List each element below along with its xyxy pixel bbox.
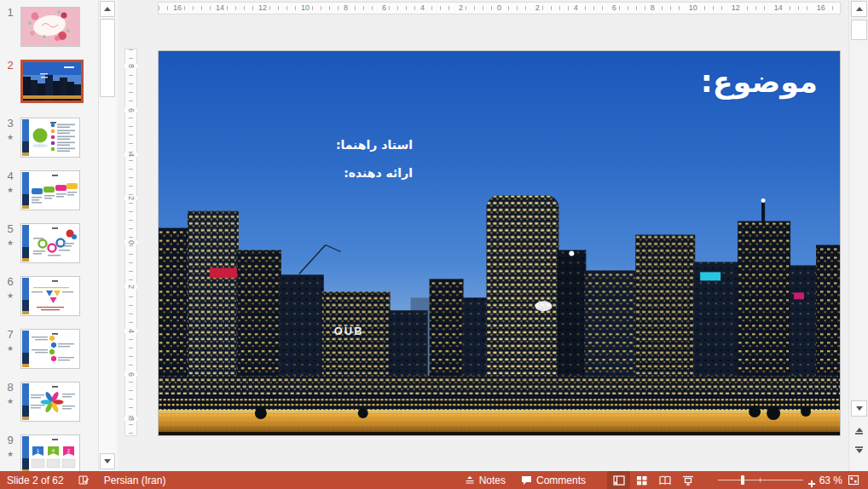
slide-thumbnail-5[interactable]: 5 ★ bbox=[0, 223, 80, 263]
slide-canvas[interactable]: OUB bbox=[158, 50, 841, 436]
presenter-label: ارائه دهنده: bbox=[327, 166, 413, 180]
ruler-number: 12 bbox=[256, 3, 269, 14]
slide-thumbnail-panel: 1 2 bbox=[0, 0, 118, 471]
reading-view-button[interactable] bbox=[653, 471, 676, 489]
ruler-number: 8 bbox=[124, 417, 137, 421]
ruler-number: 10 bbox=[686, 3, 700, 14]
scroll-down-button[interactable] bbox=[851, 400, 867, 417]
pinwheel-flower-diagram-art bbox=[21, 383, 79, 421]
city-skyline-slide-art bbox=[23, 62, 81, 101]
ribbon-row-diagram-art bbox=[21, 171, 79, 210]
ruler-number: 14 bbox=[772, 3, 785, 14]
slide-number: 3 bbox=[0, 118, 20, 129]
normal-view-icon bbox=[613, 475, 625, 486]
ruler-number: 2 bbox=[533, 3, 542, 14]
slide-7-preview[interactable] bbox=[20, 329, 80, 369]
ruler-number: 2 bbox=[124, 196, 137, 200]
slide-show-button[interactable] bbox=[676, 471, 699, 489]
slide-sorter-icon bbox=[636, 475, 647, 486]
slide-thumbnail-2-selected[interactable]: 2 bbox=[0, 60, 84, 103]
notes-toggle-button[interactable]: Notes bbox=[457, 471, 513, 489]
thumbnail-scroll-down-button[interactable] bbox=[100, 453, 115, 469]
slide-number: 8 bbox=[0, 382, 20, 394]
slide-thumbnail-list: 1 2 bbox=[0, 0, 97, 471]
reading-view-icon bbox=[659, 475, 671, 486]
ruler-number: 8 bbox=[341, 3, 350, 14]
slide-5-preview[interactable] bbox=[20, 223, 80, 263]
normal-view-button[interactable] bbox=[607, 471, 630, 489]
language-indicator[interactable]: Persian (Iran) bbox=[104, 475, 166, 486]
ruler-number: 6 bbox=[124, 372, 137, 377]
down-arrow-icon bbox=[104, 459, 111, 463]
slide-thumbnail-6[interactable]: 6 ★ bbox=[0, 276, 80, 316]
animation-star-icon: ★ bbox=[0, 239, 20, 247]
slide-sorter-view-button[interactable] bbox=[630, 471, 653, 489]
ruler-number: 2 bbox=[456, 3, 466, 14]
ruler-number: 10 bbox=[298, 3, 312, 14]
hexagon-cycle-diagram-art bbox=[21, 277, 79, 315]
ruler-number: 6 bbox=[379, 3, 389, 14]
slide-show-icon bbox=[682, 475, 694, 486]
slide-9-preview[interactable]: 1 4 2 bbox=[20, 434, 80, 471]
animation-star-icon: ★ bbox=[0, 450, 20, 458]
slide-thumbnail-1[interactable]: 1 bbox=[0, 7, 80, 47]
ruler-number: 4 bbox=[571, 3, 581, 14]
slide-number: 7 bbox=[0, 329, 20, 341]
zoom-slider-notch bbox=[760, 478, 761, 482]
ruler-number: 0 bbox=[124, 240, 137, 244]
ruler-number: 8 bbox=[124, 64, 137, 68]
comments-icon bbox=[521, 475, 532, 486]
slide-indicator: Slide 2 of 62 bbox=[7, 475, 64, 486]
slide-thumbnail-7[interactable]: 7 ★ bbox=[0, 329, 80, 369]
spellcheck-icon[interactable] bbox=[78, 475, 90, 486]
ruler-number: 0 bbox=[495, 3, 504, 14]
slide-subtitle-textbox[interactable]: استاد راهنما: ارائه دهنده: bbox=[327, 138, 413, 180]
powerpoint-editing-window: 1 2 bbox=[0, 0, 868, 489]
slide-1-preview[interactable] bbox=[20, 7, 80, 47]
thumbnail-scroll-up-button[interactable] bbox=[100, 1, 115, 17]
scroll-up-button[interactable] bbox=[851, 1, 867, 17]
ruler-number: 4 bbox=[124, 328, 137, 332]
slide-number: 4 bbox=[0, 170, 20, 182]
main-vertical-scrollbar[interactable] bbox=[848, 0, 868, 471]
slide-2-preview[interactable] bbox=[20, 60, 84, 103]
fit-to-window-button[interactable] bbox=[848, 475, 859, 486]
notes-icon bbox=[465, 475, 475, 485]
slide-number: 1 bbox=[0, 7, 20, 19]
status-bar: Slide 2 of 62 Persian (Iran) Notes bbox=[0, 471, 868, 489]
numbered-tags-diagram-art: 1 4 2 bbox=[21, 435, 79, 471]
slide-3-preview[interactable] bbox=[20, 118, 80, 158]
up-arrow-icon bbox=[856, 7, 863, 11]
circles-diagram-art bbox=[21, 224, 79, 262]
slide-8-preview[interactable] bbox=[20, 382, 80, 422]
slide-thumbnail-3[interactable]: 3 ★ bbox=[0, 118, 80, 158]
ruler-number: 4 bbox=[124, 152, 137, 156]
slide-thumbnail-9[interactable]: 9 ★ 1 4 2 bbox=[0, 434, 80, 471]
ruler-number: 4 bbox=[418, 3, 427, 14]
slide-number: 9 bbox=[0, 434, 20, 446]
slide-4-preview[interactable] bbox=[20, 170, 80, 210]
slide-thumbnail-8[interactable]: 8 ★ bbox=[0, 382, 80, 422]
ruler-number: 8 bbox=[648, 3, 657, 14]
zoom-slider-thumb[interactable] bbox=[741, 475, 744, 485]
zoom-slider[interactable] bbox=[718, 475, 803, 485]
slide-title-textbox[interactable]: موضوع: bbox=[701, 65, 818, 99]
slide-thumbnail-4[interactable]: 4 ★ bbox=[0, 170, 80, 210]
double-up-arrow-icon bbox=[855, 428, 863, 434]
next-slide-button[interactable] bbox=[851, 442, 867, 457]
animation-star-icon: ★ bbox=[0, 344, 20, 353]
ruler-number: 12 bbox=[729, 3, 743, 14]
floral-title-slide-art bbox=[21, 8, 79, 46]
thumbnail-scrollbar-thumb[interactable] bbox=[100, 19, 115, 97]
scrollbar-thumb[interactable] bbox=[851, 20, 867, 40]
slide-6-preview[interactable] bbox=[20, 276, 80, 316]
comments-toggle-button[interactable]: Comments bbox=[513, 471, 593, 489]
thumbnail-panel-scrollbar[interactable] bbox=[98, 0, 116, 471]
vertical-ruler: 864202468 bbox=[124, 49, 137, 436]
svg-text:OUB: OUB bbox=[334, 325, 364, 337]
slide-editing-area: 1614121086420246810121416 864202468 bbox=[118, 0, 848, 471]
notes-label: Notes bbox=[479, 475, 506, 486]
previous-slide-button[interactable] bbox=[851, 423, 867, 439]
green-circle-diagram-art bbox=[21, 118, 79, 157]
zoom-level-indicator[interactable]: 63 % bbox=[813, 475, 842, 486]
